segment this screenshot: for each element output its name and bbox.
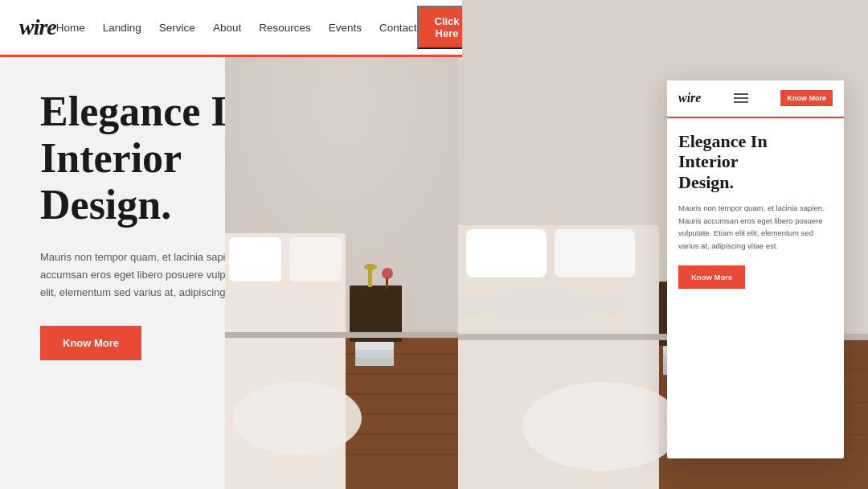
hamburger-menu-button[interactable] (734, 93, 748, 103)
svg-point-21 (522, 382, 683, 471)
mobile-view-card: wire Know More Elegance In Interior Desi… (667, 80, 844, 458)
svg-rect-40 (355, 350, 394, 358)
desktop-view: wire Home Landing Service About Resource… (0, 0, 462, 489)
header-cta-button[interactable]: Click Here (417, 6, 463, 49)
desktop-nav: Home Landing Service About Resources Eve… (56, 22, 417, 34)
header-accent-line (0, 55, 462, 57)
nav-home[interactable]: Home (56, 22, 85, 34)
mobile-know-more-button[interactable]: Know More (678, 265, 745, 289)
know-more-button[interactable]: Know More (40, 326, 141, 360)
nav-about[interactable]: About (213, 22, 241, 34)
nav-landing[interactable]: Landing (103, 22, 141, 34)
svg-rect-41 (355, 358, 394, 366)
nav-contact[interactable]: Contact (379, 22, 417, 34)
mobile-body-text: Mauris non tempor quam, et lacinia sapie… (678, 202, 833, 253)
nav-resources[interactable]: Resources (259, 22, 311, 34)
nav-events[interactable]: Events (329, 22, 362, 34)
svg-point-42 (233, 382, 362, 454)
mobile-headline: Elegance In Interior Design. (678, 131, 833, 192)
hamburger-line-3 (734, 101, 748, 103)
svg-rect-10 (466, 229, 547, 277)
mobile-header: wire Know More (667, 80, 844, 117)
hamburger-line-1 (734, 93, 748, 95)
desktop-logo: wire (19, 14, 56, 40)
mobile-logo: wire (678, 91, 701, 105)
mobile-cta-button[interactable]: Know More (780, 90, 833, 106)
svg-rect-39 (355, 342, 394, 350)
mobile-hero-content: Elegance In Interior Design. Mauris non … (667, 118, 844, 300)
desktop-hero-image (225, 0, 462, 489)
hamburger-line-2 (734, 97, 748, 99)
nav-service[interactable]: Service (159, 22, 195, 34)
desktop-header: wire Home Landing Service About Resource… (0, 0, 462, 55)
svg-rect-11 (555, 229, 635, 277)
